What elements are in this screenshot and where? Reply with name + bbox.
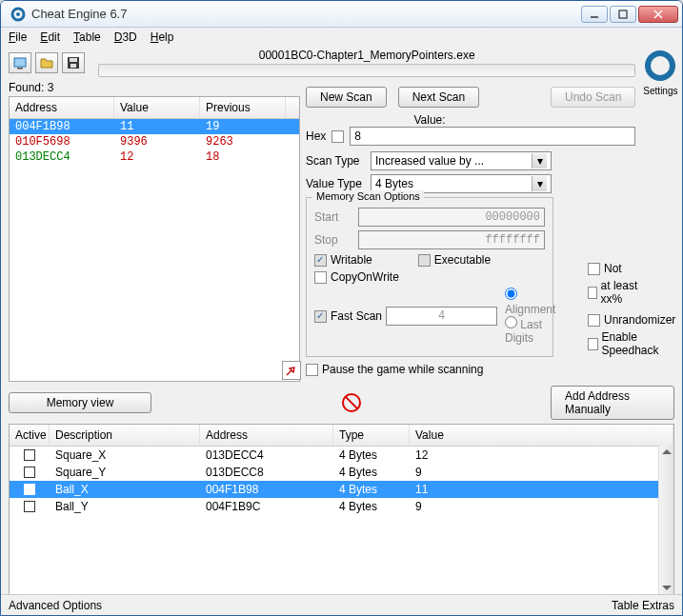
active-checkbox[interactable] xyxy=(24,449,35,461)
vertical-scrollbar[interactable] xyxy=(658,446,673,594)
settings-link[interactable]: Settings xyxy=(643,86,677,96)
address-list-table[interactable]: Active Description Address Type Value Sq… xyxy=(9,424,674,595)
menu-d3d[interactable]: D3D xyxy=(114,30,137,44)
window-title: Cheat Engine 6.7 xyxy=(31,7,581,21)
stop-input[interactable] xyxy=(358,230,545,249)
col-header-value[interactable]: Value xyxy=(410,425,673,446)
col-header-type[interactable]: Type xyxy=(333,425,410,446)
app-icon xyxy=(10,7,26,22)
undo-scan-button[interactable]: Undo Scan xyxy=(551,87,635,108)
speedhack-label: Enable Speedhack xyxy=(602,330,676,357)
svg-point-1 xyxy=(16,12,20,16)
minimize-button[interactable] xyxy=(581,6,608,23)
address-list-row[interactable]: Square_X013DECC44 Bytes12 xyxy=(10,447,673,464)
unrandomizer-checkbox[interactable] xyxy=(588,314,600,327)
titlebar[interactable]: Cheat Engine 6.7 xyxy=(1,1,682,28)
menu-help[interactable]: Help xyxy=(151,30,174,44)
svg-rect-6 xyxy=(14,58,26,67)
address-list-row[interactable]: Ball_X004F1B984 Bytes11 xyxy=(10,481,673,498)
scan-result-row[interactable]: 010F569893969263 xyxy=(10,134,299,149)
lastdigits-radio[interactable] xyxy=(505,316,517,328)
next-scan-button[interactable]: Next Scan xyxy=(398,87,479,108)
atleast-checkbox[interactable] xyxy=(588,287,597,299)
memory-scan-options-group: Memory Scan Options Start Stop Writable … xyxy=(306,197,553,357)
fastscan-label: Fast Scan xyxy=(331,309,382,323)
scan-result-row[interactable]: 004F1B981119 xyxy=(10,119,299,134)
svg-rect-7 xyxy=(17,68,23,70)
active-checkbox[interactable] xyxy=(24,467,35,478)
writable-checkbox[interactable] xyxy=(314,254,327,267)
copyonwrite-checkbox[interactable] xyxy=(314,271,327,284)
alignment-radio[interactable] xyxy=(505,288,517,300)
hex-checkbox[interactable] xyxy=(331,130,344,143)
chevron-down-icon: ▾ xyxy=(532,153,547,169)
unrandomizer-label: Unrandomizer xyxy=(604,313,675,327)
start-label: Start xyxy=(314,210,354,224)
open-button[interactable] xyxy=(35,52,58,73)
target-process-name: 00001BC0-Chapter1_MemoryPointers.exe xyxy=(98,49,635,62)
start-input[interactable] xyxy=(358,208,545,227)
memory-scan-options-legend: Memory Scan Options xyxy=(312,190,424,202)
col-header-address[interactable]: Address xyxy=(200,425,333,446)
active-checkbox[interactable] xyxy=(24,484,35,495)
inject-button[interactable] xyxy=(282,361,301,380)
stop-label: Stop xyxy=(314,233,354,247)
address-list-row[interactable]: Ball_Y004F1B9C4 Bytes9 xyxy=(10,498,673,515)
menu-edit[interactable]: Edit xyxy=(40,30,60,44)
fastscan-checkbox[interactable] xyxy=(314,310,327,323)
col-header-active[interactable]: Active xyxy=(10,425,50,446)
value-type-label: Value Type xyxy=(306,177,367,190)
no-sign-icon[interactable] xyxy=(342,393,361,412)
svg-point-11 xyxy=(648,53,673,78)
memory-view-button[interactable]: Memory view xyxy=(9,392,151,413)
pause-checkbox[interactable] xyxy=(306,364,318,376)
svg-rect-3 xyxy=(619,10,627,18)
col-header-value[interactable]: Value xyxy=(114,97,200,118)
advanced-options-link[interactable]: Advanced Options xyxy=(9,599,102,612)
executable-label: Executable xyxy=(434,253,491,267)
new-scan-button[interactable]: New Scan xyxy=(306,87,387,108)
select-process-button[interactable] xyxy=(9,52,31,73)
add-address-manually-button[interactable]: Add Address Manually xyxy=(551,386,674,420)
save-button[interactable] xyxy=(62,52,85,73)
cheat-engine-logo-icon[interactable] xyxy=(643,49,677,83)
copyonwrite-label: CopyOnWrite xyxy=(331,270,399,284)
scan-type-label: Scan Type xyxy=(306,154,367,168)
svg-rect-9 xyxy=(70,58,77,62)
svg-rect-10 xyxy=(70,64,76,68)
menu-table[interactable]: Table xyxy=(73,30,101,44)
address-list-row[interactable]: Square_Y013DECC84 Bytes9 xyxy=(10,464,673,481)
active-checkbox[interactable] xyxy=(24,501,35,512)
hex-label: Hex xyxy=(306,129,326,143)
app-window: Cheat Engine 6.7 File Edit Table D3D Hel… xyxy=(0,0,683,616)
scan-results-table[interactable]: Address Value Previous 004F1B981119010F5… xyxy=(9,96,300,382)
col-header-description[interactable]: Description xyxy=(50,425,200,446)
col-header-previous[interactable]: Previous xyxy=(200,97,286,118)
found-label: Found: xyxy=(9,81,44,94)
speedhack-checkbox[interactable] xyxy=(588,338,598,350)
pause-label: Pause the game while scanning xyxy=(322,363,483,376)
menu-file[interactable]: File xyxy=(9,30,27,44)
not-checkbox[interactable] xyxy=(588,263,600,275)
scan-value-input[interactable] xyxy=(350,127,635,146)
chevron-down-icon: ▾ xyxy=(532,176,547,191)
progress-bar xyxy=(98,64,635,77)
value-label: Value: xyxy=(306,113,553,127)
close-button[interactable] xyxy=(638,6,678,23)
not-label: Not xyxy=(604,262,622,275)
executable-checkbox[interactable] xyxy=(418,254,431,267)
found-count: 3 xyxy=(48,81,54,94)
maximize-button[interactable] xyxy=(610,6,636,23)
scan-result-row[interactable]: 013DECC41218 xyxy=(10,149,299,165)
col-header-address[interactable]: Address xyxy=(10,97,114,118)
scan-type-select[interactable]: Increased value by ...▾ xyxy=(371,151,552,170)
table-extras-link[interactable]: Table Extras xyxy=(612,599,674,612)
menubar: File Edit Table D3D Help xyxy=(1,28,682,47)
fastscan-value-input[interactable] xyxy=(386,307,497,326)
atleast-label: at least xx% xyxy=(601,279,644,306)
writable-label: Writable xyxy=(331,253,372,267)
